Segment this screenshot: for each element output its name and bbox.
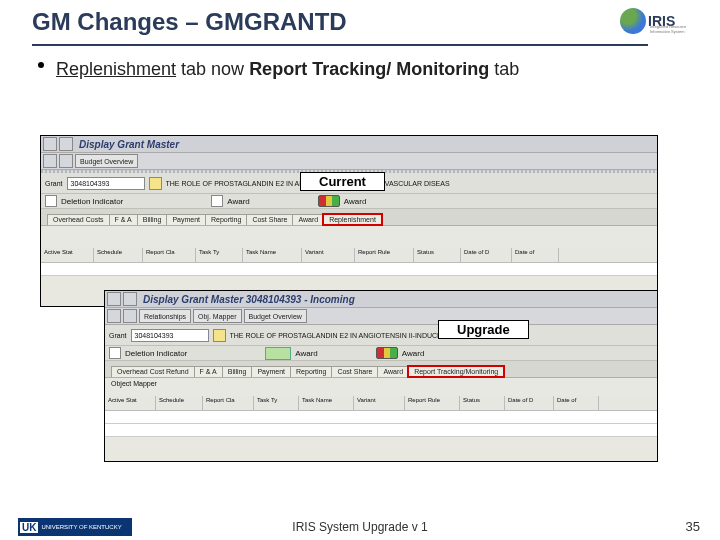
iris-logo-icon — [620, 8, 646, 34]
tab-fa[interactable]: F & A — [194, 366, 223, 377]
status-glyph-icon — [109, 347, 121, 359]
status-label: Award — [402, 349, 425, 358]
grant-row: Grant 3048104393 THE ROLE OF PROSTAGLAND… — [105, 325, 657, 346]
grant-id-field[interactable]: 3048104393 — [131, 329, 209, 342]
col-header[interactable]: Task Name — [299, 396, 354, 410]
tab-cost-share[interactable]: Cost Share — [246, 214, 293, 225]
sap2-titlebar: Display Grant Master 3048104393 - Incomi… — [105, 291, 657, 308]
label-current: Current — [300, 172, 385, 191]
page-number: 35 — [686, 519, 700, 534]
tab-billing[interactable]: Billing — [137, 214, 168, 225]
label-upgrade: Upgrade — [438, 320, 529, 339]
status-glyph-icon — [211, 195, 223, 207]
grant-desc: THE ROLE OF PROSTAGLANDIN E2 IN ANGIOTEN… — [166, 180, 653, 187]
tab-payment[interactable]: Payment — [166, 214, 206, 225]
status-label: Deletion Indicator — [61, 197, 123, 206]
relationships-button[interactable]: Relationships — [139, 309, 191, 323]
tab-report-tracking-monitoring[interactable]: Report Tracking/Monitoring — [408, 366, 504, 377]
sap-screenshot-current: Display Grant Master Budget Overview Gra… — [40, 135, 658, 307]
toolbar-icon[interactable] — [107, 309, 121, 323]
table-row[interactable] — [105, 424, 657, 437]
search-help-icon[interactable] — [213, 329, 226, 342]
bullet-item: Replenishment tab now Report Tracking/ M… — [40, 58, 600, 81]
col-header[interactable]: Variant — [354, 396, 405, 410]
status-row: Deletion Indicator Award Award — [105, 346, 657, 361]
budget-overview-button[interactable]: Budget Overview — [244, 309, 307, 323]
iris-logo: IRIS Integrated Resource Information Sys… — [620, 4, 692, 38]
col-header[interactable]: Report Rule — [405, 396, 460, 410]
col-header[interactable]: Date of D — [505, 396, 554, 410]
section-label: Object Mapper — [105, 378, 657, 396]
col-header[interactable]: Report Cla — [203, 396, 254, 410]
status-button[interactable] — [265, 347, 291, 360]
tab-award[interactable]: Award — [377, 366, 409, 377]
col-header[interactable]: Date of — [512, 248, 559, 262]
bullet-mid: tab now — [176, 59, 249, 79]
grant-label: Grant — [109, 332, 127, 339]
tab-reporting[interactable]: Reporting — [290, 366, 332, 377]
bullet-word1: Replenishment — [56, 59, 176, 79]
col-header[interactable]: Schedule — [156, 396, 203, 410]
toolbar-icon[interactable] — [59, 137, 73, 151]
toolbar-icon[interactable] — [123, 292, 137, 306]
tab-reporting[interactable]: Reporting — [205, 214, 247, 225]
tab-cost-share[interactable]: Cost Share — [331, 366, 378, 377]
tab-fa[interactable]: F & A — [109, 214, 138, 225]
sap1-toolbar: Budget Overview — [41, 153, 657, 170]
toolbar-icon[interactable] — [59, 154, 73, 168]
col-header[interactable]: Status — [460, 396, 505, 410]
tab-overhead-costs[interactable]: Overhead Costs — [47, 214, 110, 225]
sap1-titlebar: Display Grant Master — [41, 136, 657, 153]
status-glyph-icon — [45, 195, 57, 207]
toolbar-icon[interactable] — [43, 137, 57, 151]
status-label: Award — [227, 197, 250, 206]
status-label: Award — [295, 349, 318, 358]
budget-overview-button[interactable]: Budget Overview — [75, 154, 138, 168]
bullet-word2: Report Tracking/ Monitoring — [249, 59, 489, 79]
sap2-grid-header: Active Stat Schedule Report Cla Task Ty … — [105, 396, 657, 411]
col-header[interactable]: Task Name — [243, 248, 302, 262]
toolbar-icon[interactable] — [107, 292, 121, 306]
col-header[interactable]: Active Stat — [41, 248, 94, 262]
sap2-tabstrip: Overhead Cost Refund F & A Billing Payme… — [105, 361, 657, 378]
grant-label: Grant — [45, 180, 63, 187]
iris-logo-sub: Integrated Resource Information System — [650, 24, 692, 34]
toolbar-icon[interactable] — [123, 309, 137, 323]
status-row: Deletion Indicator Award Award — [41, 194, 657, 209]
traffic-light-icon — [376, 347, 398, 359]
col-header[interactable]: Report Rule — [355, 248, 414, 262]
col-header[interactable]: Date of — [554, 396, 599, 410]
bullet-dot-icon — [38, 62, 44, 68]
status-label: Deletion Indicator — [125, 349, 187, 358]
obj-mapper-button[interactable]: Obj. Mapper — [193, 309, 242, 323]
sap1-title: Display Grant Master — [79, 139, 179, 150]
sap1-grid-header: Active Stat Schedule Report Cla Task Ty … — [41, 248, 657, 263]
footer-center: IRIS System Upgrade v 1 — [0, 520, 720, 534]
col-header[interactable]: Status — [414, 248, 461, 262]
tab-award[interactable]: Award — [292, 214, 324, 225]
sap1-tabstrip: Overhead Costs F & A Billing Payment Rep… — [41, 209, 657, 226]
col-header[interactable]: Variant — [302, 248, 355, 262]
col-header[interactable]: Schedule — [94, 248, 143, 262]
slide-title: GM Changes – GMGRANTD — [32, 8, 347, 36]
col-header[interactable]: Report Cla — [143, 248, 196, 262]
search-help-icon[interactable] — [149, 177, 162, 190]
title-rule — [32, 44, 648, 46]
col-header[interactable]: Date of D — [461, 248, 512, 262]
toolbar-icon[interactable] — [43, 154, 57, 168]
col-header[interactable]: Task Ty — [254, 396, 299, 410]
tab-overhead-cost-refund[interactable]: Overhead Cost Refund — [111, 366, 195, 377]
grant-id-field[interactable]: 3048104393 — [67, 177, 145, 190]
tab-replenishment[interactable]: Replenishment — [323, 214, 382, 225]
col-header[interactable]: Active Stat — [105, 396, 156, 410]
sap2-title: Display Grant Master 3048104393 - Incomi… — [143, 294, 355, 305]
status-label: Award — [344, 197, 367, 206]
tab-payment[interactable]: Payment — [251, 366, 291, 377]
bullet-post: tab — [489, 59, 519, 79]
tab-billing[interactable]: Billing — [222, 366, 253, 377]
col-header[interactable]: Task Ty — [196, 248, 243, 262]
sap-screenshot-upgrade: Display Grant Master 3048104393 - Incomi… — [104, 290, 658, 462]
table-row[interactable] — [105, 411, 657, 424]
sap2-toolbar: Relationships Obj. Mapper Budget Overvie… — [105, 308, 657, 325]
table-row[interactable] — [41, 263, 657, 276]
